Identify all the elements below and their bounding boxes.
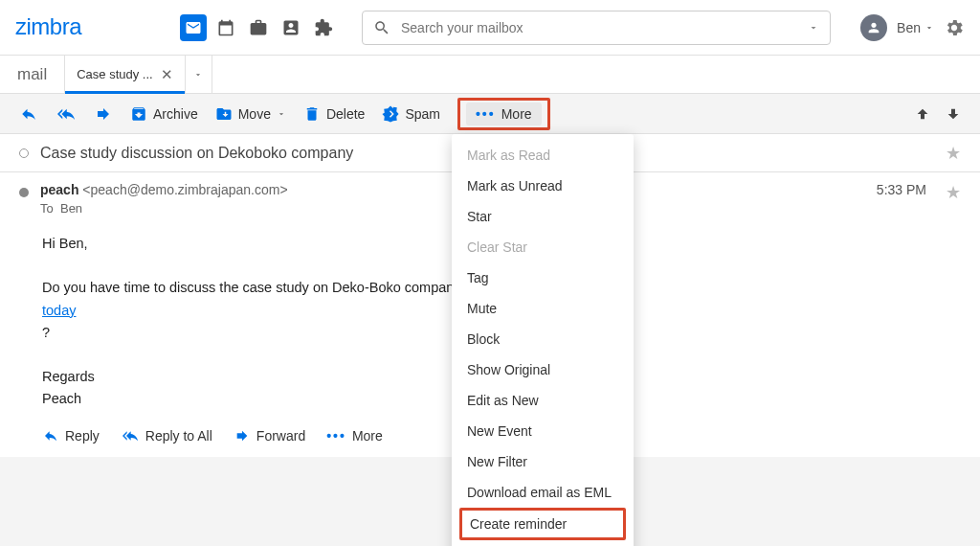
read-status-dot[interactable] bbox=[19, 148, 29, 158]
forward-icon bbox=[234, 428, 251, 444]
user-name-label: Ben bbox=[897, 20, 921, 35]
trash-icon bbox=[303, 105, 321, 123]
dropdown-item-mark-as-read: Mark as Read bbox=[452, 140, 634, 171]
to-name: Ben bbox=[60, 201, 82, 216]
dropdown-item-clear-star: Clear Star bbox=[452, 232, 634, 262]
tabs-dropdown-icon[interactable] bbox=[186, 56, 212, 93]
reply-all-label: Reply to All bbox=[145, 428, 212, 444]
arrow-up-icon[interactable] bbox=[915, 106, 930, 122]
spam-label: Spam bbox=[405, 106, 440, 122]
more-dots-icon: ••• bbox=[326, 428, 346, 444]
forward-label: Forward bbox=[256, 428, 305, 444]
settings-gear-icon[interactable] bbox=[944, 17, 965, 38]
dropdown-item-new-event[interactable]: New Event bbox=[452, 416, 634, 446]
svg-text:zimbra: zimbra bbox=[15, 15, 82, 39]
to-label: To bbox=[40, 201, 54, 216]
app-switcher: 29 bbox=[180, 14, 337, 41]
dropdown-item-show-original[interactable]: Show Original bbox=[452, 354, 634, 385]
message-star-icon[interactable]: ★ bbox=[946, 182, 961, 203]
tab-close-icon[interactable]: ✕ bbox=[161, 66, 173, 83]
dropdown-item-new-filter[interactable]: New Filter bbox=[452, 446, 634, 477]
reply-all-icon bbox=[121, 428, 140, 444]
mail-vertical-label[interactable]: mail bbox=[0, 56, 65, 93]
tab-label: Case study ... bbox=[77, 67, 152, 81]
spam-button[interactable]: Spam bbox=[382, 105, 440, 123]
reply-all-action[interactable]: Reply to All bbox=[121, 428, 212, 444]
more-label: More bbox=[501, 106, 532, 122]
app-header: zimbra 29 Ben bbox=[0, 0, 980, 56]
dropdown-item-star[interactable]: Star bbox=[452, 201, 634, 232]
chevron-down-icon bbox=[277, 109, 286, 119]
search-icon bbox=[373, 19, 390, 36]
move-button[interactable]: Move bbox=[215, 105, 286, 123]
from-name: peach bbox=[40, 182, 78, 197]
delete-button[interactable]: Delete bbox=[303, 105, 365, 123]
archive-button[interactable]: Archive bbox=[130, 105, 198, 123]
search-input[interactable] bbox=[362, 11, 831, 45]
archive-label: Archive bbox=[153, 106, 198, 122]
svg-text:29: 29 bbox=[222, 27, 230, 34]
more-action[interactable]: ••• More bbox=[326, 428, 383, 444]
reply-icon bbox=[42, 428, 59, 444]
caret-down-icon bbox=[924, 23, 934, 33]
move-icon bbox=[215, 105, 233, 123]
dropdown-item-download-email-as-eml[interactable]: Download email as EML bbox=[452, 477, 634, 508]
move-label: Move bbox=[238, 106, 271, 122]
message-time: 5:33 PM bbox=[877, 182, 926, 197]
message-toolbar: Archive Move Delete Spam ••• More bbox=[0, 94, 980, 134]
zimbra-logo[interactable]: zimbra bbox=[15, 15, 149, 40]
mail-app-icon[interactable] bbox=[180, 14, 207, 41]
body-link-today[interactable]: today bbox=[42, 303, 76, 318]
more-label: More bbox=[352, 428, 383, 444]
search-dropdown-icon[interactable] bbox=[808, 22, 819, 34]
dropdown-item-create-reminder[interactable]: Create reminder bbox=[459, 508, 626, 540]
arrow-down-icon[interactable] bbox=[946, 106, 961, 122]
calendar-app-icon[interactable]: 29 bbox=[212, 14, 239, 41]
extension-app-icon[interactable] bbox=[310, 14, 337, 41]
more-dropdown-menu: Mark as ReadMark as UnreadStarClear Star… bbox=[452, 134, 634, 546]
forward-action[interactable]: Forward bbox=[234, 428, 305, 444]
dropdown-item-tag[interactable]: Tag bbox=[452, 262, 634, 293]
toolbar-right bbox=[915, 106, 961, 122]
user-menu: Ben bbox=[860, 14, 965, 41]
more-button[interactable]: ••• More bbox=[466, 102, 542, 125]
more-dots-icon: ••• bbox=[476, 106, 496, 122]
tab-case-study[interactable]: Case study ... ✕ bbox=[65, 56, 185, 93]
search-container bbox=[362, 11, 831, 45]
dropdown-item-mark-as-unread[interactable]: Mark as Unread bbox=[452, 171, 634, 201]
from-email: <peach@demo.zimbrajapan.com> bbox=[82, 182, 287, 197]
avatar[interactable] bbox=[860, 14, 887, 41]
reply-action[interactable]: Reply bbox=[42, 428, 100, 444]
dropdown-item-edit-as-new[interactable]: Edit as New bbox=[452, 385, 634, 416]
tabs-row: mail Case study ... ✕ bbox=[0, 56, 980, 94]
star-icon[interactable]: ★ bbox=[946, 143, 961, 164]
dropdown-item-block[interactable]: Block bbox=[452, 324, 634, 354]
spam-icon bbox=[382, 105, 399, 123]
reply-all-icon[interactable] bbox=[56, 105, 77, 123]
reply-label: Reply bbox=[65, 428, 100, 444]
more-button-highlight: ••• More bbox=[457, 98, 550, 130]
unread-dot-icon bbox=[19, 188, 29, 197]
forward-icon[interactable] bbox=[94, 105, 113, 123]
user-name-dropdown[interactable]: Ben bbox=[897, 20, 934, 35]
contacts-app-icon[interactable] bbox=[278, 14, 304, 41]
archive-icon bbox=[130, 105, 147, 123]
delete-label: Delete bbox=[326, 106, 365, 122]
briefcase-app-icon[interactable] bbox=[245, 14, 272, 41]
dropdown-item-mute[interactable]: Mute bbox=[452, 293, 634, 324]
reply-icon[interactable] bbox=[19, 105, 38, 123]
